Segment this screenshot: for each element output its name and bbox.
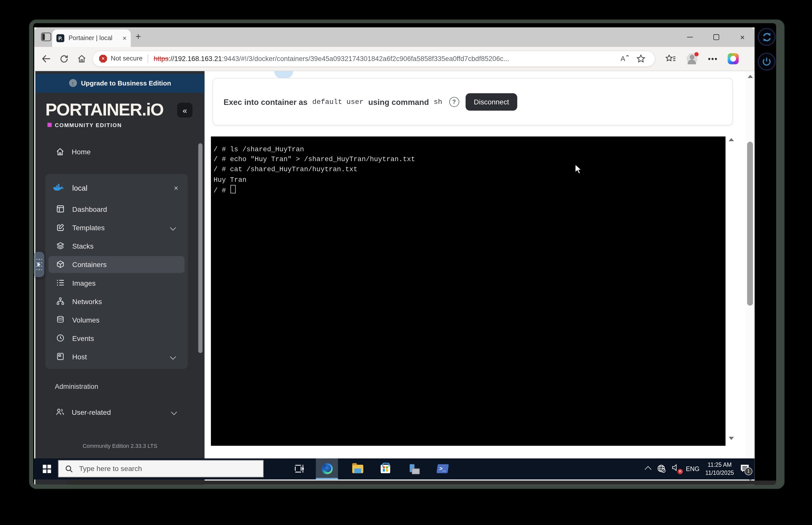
profile-avatar[interactable] (684, 51, 700, 66)
taskbar-server-manager-button[interactable] (403, 459, 425, 479)
taskbar-file-explorer-button[interactable] (346, 459, 369, 479)
edition-square-icon (47, 123, 52, 127)
chevron-down-icon (171, 409, 177, 415)
copilot-icon[interactable] (725, 51, 741, 66)
sidebar-item-host[interactable]: Host (48, 348, 184, 365)
start-button[interactable] (43, 465, 51, 473)
chevron-down-icon (170, 225, 176, 231)
server-manager-icon (409, 464, 419, 474)
terminal-cursor (231, 185, 236, 193)
vm-power-button[interactable] (758, 53, 776, 71)
system-tray: ✕ ENG 11:25 AM 11/10/2025 1 (646, 459, 750, 479)
menu-label: Dashboard (72, 205, 107, 213)
sidebar-item-volumes[interactable]: Volumes (48, 311, 184, 328)
not-secure-label[interactable]: Not secure (111, 55, 143, 62)
sidebar-item-events[interactable]: Events (48, 330, 184, 347)
menu-label: Templates (72, 224, 105, 231)
powershell-icon: >_ (436, 464, 449, 473)
windows-taskbar: >_ ✕ ENG 11:25 AM 11/10/202 (34, 459, 754, 479)
taskbar-edge-button[interactable] (316, 459, 338, 479)
menu-label: Stacks (72, 242, 94, 250)
back-icon[interactable] (39, 52, 53, 65)
portainer-sidebar: ↑ Upgrade to Business Edition PORTAINER.… (35, 71, 205, 484)
tray-clock[interactable]: 11:25 AM 11/10/2025 (705, 461, 734, 477)
favorite-star-icon[interactable] (633, 51, 649, 66)
sidebar-item-containers[interactable]: Containers (48, 256, 184, 273)
tab-title: Portainer | local (69, 34, 121, 42)
terminal-line: Huy Tran (213, 175, 725, 185)
tab-close-icon[interactable]: × (123, 34, 127, 42)
sidebar-collapse-button[interactable]: « (177, 103, 193, 118)
sidebar-item-home[interactable]: Home (56, 148, 91, 156)
window-restore-button[interactable] (708, 31, 724, 42)
browser-tab[interactable]: P. Portainer | local × (52, 30, 131, 47)
sidebar-scrollbar[interactable] (198, 143, 203, 353)
search-input[interactable] (78, 464, 238, 473)
taskbar-search[interactable] (58, 460, 264, 477)
sidebar-item-stacks[interactable]: Stacks (48, 238, 184, 254)
sidebar-edge-handle[interactable] (34, 252, 44, 277)
page-content: ↑ Upgrade to Business Edition PORTAINER.… (34, 71, 754, 484)
address-bar[interactable]: × Not secure https://192.168.163.21:9443… (92, 50, 655, 67)
url-text[interactable]: https://192.168.163.21:9443/#!/3/docker/… (154, 55, 617, 62)
mute-x-badge: ✕ (678, 469, 683, 474)
tab-workspaces-icon[interactable] (41, 33, 51, 41)
vm-sync-button[interactable] (758, 28, 776, 46)
edition-label: COMMUNITY EDITION (55, 122, 122, 128)
docker-whale-icon (53, 183, 64, 193)
disconnect-button[interactable]: Disconnect (465, 93, 517, 110)
favorites-bar-icon[interactable] (663, 51, 679, 66)
upgrade-banner[interactable]: ↑ Upgrade to Business Edition (35, 74, 205, 92)
window-close-button[interactable]: × (735, 31, 750, 42)
sync-icon (762, 32, 772, 42)
menu-label: Events (72, 334, 94, 342)
page-scrollbar[interactable] (745, 71, 755, 484)
user-related-label: User-related (72, 408, 111, 416)
tray-time: 11:25 AM (708, 462, 732, 468)
refresh-icon[interactable] (57, 52, 71, 65)
menu-label: Volumes (72, 316, 100, 324)
sidebar-item-dashboard[interactable]: Dashboard (48, 201, 184, 217)
new-tab-button[interactable]: + (135, 31, 141, 41)
taskbar-powershell-button[interactable]: >_ (431, 459, 454, 479)
menu-label: Host (72, 353, 87, 361)
volume-muted-icon[interactable]: ✕ (672, 464, 680, 474)
read-aloud-icon[interactable]: A (617, 51, 633, 66)
tray-language[interactable]: ENG (686, 465, 699, 472)
browser-menu-icon[interactable]: ••• (705, 51, 721, 66)
notification-center-button[interactable]: 1 (740, 464, 750, 474)
sidebar-item-user-related[interactable]: User-related (56, 404, 195, 420)
scrollbar-thumb[interactable] (747, 142, 753, 305)
scroll-up-icon[interactable] (748, 75, 753, 78)
exec-text-middle: using command (368, 97, 429, 106)
terminal-scroll-up-icon[interactable] (729, 138, 734, 141)
task-view-button[interactable] (289, 459, 311, 479)
taskbar-store-button[interactable] (374, 459, 397, 479)
window-minimize-button[interactable] (682, 31, 698, 42)
help-icon[interactable]: ? (449, 96, 459, 107)
container-terminal[interactable]: / # ls /shared_HuyTran / # echo "Huy Tra… (211, 136, 725, 446)
dashboard-icon (57, 205, 65, 213)
environment-local[interactable]: local × (53, 179, 180, 197)
search-icon (65, 465, 73, 472)
tray-expand-icon[interactable] (645, 466, 651, 473)
address-divider (148, 55, 148, 63)
portainer-logo[interactable]: PORTAINER.iO (45, 101, 163, 118)
environment-name: local (72, 184, 174, 192)
vm-screen: P. Portainer | local × + × (33, 23, 776, 484)
host-icon (57, 352, 65, 361)
profile-alert-dot (694, 52, 698, 56)
network-globe-icon[interactable] (657, 464, 666, 473)
home-label: Home (72, 148, 91, 155)
browser-toolbar: × Not secure https://192.168.163.21:9443… (34, 47, 754, 71)
sidebar-item-images[interactable]: Images (48, 275, 184, 291)
browser-tab-bar: P. Portainer | local × + × (34, 28, 754, 47)
home-icon[interactable] (75, 52, 89, 65)
terminal-scroll-down-icon[interactable] (729, 437, 734, 440)
portainer-favicon: P. (57, 34, 64, 42)
not-secure-icon[interactable]: × (99, 55, 107, 62)
file-explorer-icon (352, 465, 363, 473)
environment-close-icon[interactable]: × (174, 184, 178, 192)
sidebar-item-templates[interactable]: Templates (48, 219, 184, 236)
sidebar-item-networks[interactable]: Networks (48, 293, 184, 310)
